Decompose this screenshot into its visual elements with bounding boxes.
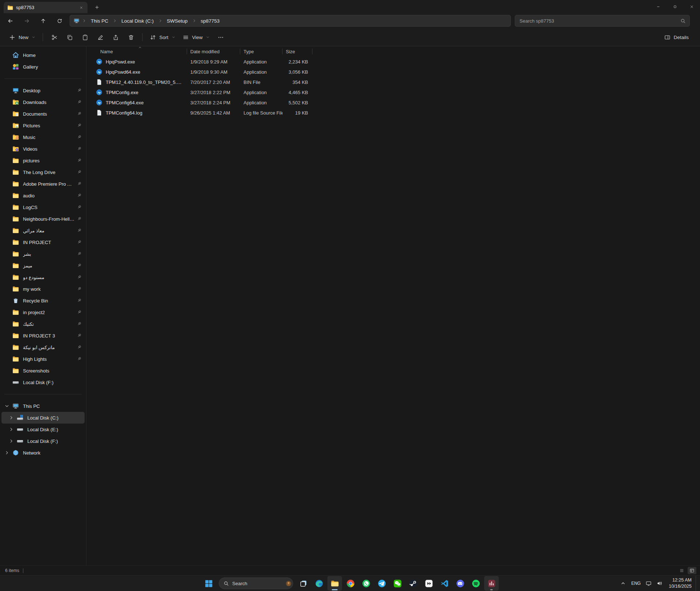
sidebar-item[interactable]: Neighbours-From-Hell-1-Arabi (1, 213, 85, 225)
new-tab-button[interactable] (91, 2, 103, 12)
sidebar-item[interactable]: معاذ مرائي (1, 225, 85, 236)
refresh-button[interactable] (52, 15, 67, 27)
tab-close-button[interactable] (77, 4, 85, 12)
taskbar-file-explorer-button[interactable] (327, 576, 342, 591)
taskbar-telegram-button[interactable] (374, 576, 389, 591)
breadcrumb-item[interactable]: This PC (80, 17, 111, 25)
new-button[interactable]: New (6, 31, 39, 43)
sidebar-item[interactable]: my work (1, 283, 85, 295)
breadcrumb-item[interactable]: sp87753 (190, 17, 222, 25)
details-view-toggle[interactable] (688, 567, 696, 574)
tray-overflow-button[interactable] (618, 577, 628, 590)
file-row[interactable]: hp HpqPswd.exe 1/9/2018 9:29 AM Applicat… (93, 57, 700, 67)
sidebar-item[interactable]: Pictures (1, 120, 85, 131)
taskbar-capcut-button[interactable] (421, 576, 436, 591)
address-bar[interactable]: This PC Local Disk (C:) SWSetup sp87753 (70, 15, 511, 27)
sidebar-item[interactable]: IN PROJECT 3 (1, 330, 85, 341)
minimize-button[interactable] (650, 0, 666, 13)
search-box[interactable]: Search sp87753 (515, 15, 690, 27)
sidebar-tree-item[interactable]: Local Disk (C:) (1, 412, 85, 424)
sidebar-item[interactable]: Music (1, 131, 85, 143)
sidebar-item[interactable]: in project2 (1, 306, 85, 318)
details-pane-button[interactable]: Details (661, 31, 692, 43)
sidebar-item[interactable]: Adobe Premiere Pro Auto-Save (1, 178, 85, 190)
chevron-down-icon[interactable] (4, 403, 9, 409)
back-button[interactable] (3, 15, 18, 27)
sidebar-item[interactable]: ماتركس ابو نيكة (1, 341, 85, 353)
sidebar-item[interactable]: بشر (1, 248, 85, 260)
plus-icon (9, 34, 15, 40)
chevron-right-icon[interactable] (9, 427, 14, 432)
file-row[interactable]: hp TPMConfig.exe 3/27/2018 2:22 PM Appli… (93, 87, 700, 97)
view-button[interactable]: View (179, 31, 213, 43)
taskbar-whatsapp-button[interactable] (359, 576, 373, 591)
rename-button[interactable] (93, 31, 108, 43)
paste-button[interactable] (78, 31, 92, 43)
show-desktop-button[interactable] (696, 576, 698, 591)
breadcrumb-item[interactable]: SWSetup (156, 17, 190, 25)
taskbar-discord-button[interactable] (453, 576, 467, 591)
sidebar-item[interactable]: LogCS (1, 201, 85, 213)
delete-button[interactable] (124, 31, 138, 43)
cast-button[interactable] (643, 577, 654, 590)
explorer-tab[interactable]: sp87753 (4, 2, 88, 13)
volume-button[interactable] (654, 577, 665, 590)
sidebar-item[interactable]: مستودع دو (1, 271, 85, 283)
file-row[interactable]: TPM12_4.40.119.0_to_TPM20_5.62.3126.0...… (93, 77, 700, 87)
file-row[interactable]: hp HpqPswd64.exe 1/9/2018 9:30 AM Applic… (93, 67, 700, 77)
taskbar-chrome-button[interactable] (343, 576, 358, 591)
sidebar-item[interactable]: IN PROJECT (1, 236, 85, 248)
sidebar-item[interactable]: Local Disk (F:) (1, 376, 85, 388)
taskbar-task-view-button[interactable] (296, 576, 311, 591)
start-button[interactable] (201, 576, 216, 591)
taskbar-edge-button[interactable] (312, 576, 326, 591)
breadcrumb-item[interactable]: Local Disk (C:) (111, 17, 156, 25)
up-button[interactable] (36, 15, 50, 27)
cut-button[interactable] (47, 31, 62, 43)
sidebar-item[interactable]: تكتيك (1, 318, 85, 330)
column-header-name[interactable]: Name (93, 46, 187, 57)
clock[interactable]: 12:25 AM 10/16/2025 (665, 577, 695, 590)
sidebar-item[interactable]: Recycle Bin (1, 295, 85, 306)
sidebar-item[interactable]: Gallery (1, 61, 85, 73)
sidebar-item[interactable]: Screenshots (1, 365, 85, 376)
column-header-type[interactable]: Type (240, 46, 283, 57)
chevron-right-icon[interactable] (4, 450, 9, 455)
folder-icon (7, 5, 13, 11)
sidebar-item[interactable]: pictures (1, 155, 85, 166)
sidebar-item[interactable]: Home (1, 49, 85, 61)
column-header-date-modified[interactable]: Date modified (187, 46, 240, 57)
sidebar-item[interactable]: Desktop (1, 85, 85, 96)
sidebar-tree-item[interactable]: Local Disk (F:) (1, 435, 85, 447)
file-row[interactable]: hp TPMConfig64.exe 3/27/2018 2:24 PM App… (93, 97, 700, 108)
sidebar-item[interactable]: audio (1, 190, 85, 201)
sidebar-item[interactable]: Documents (1, 108, 85, 120)
sidebar-item[interactable]: Videos (1, 143, 85, 155)
taskbar-steam-button[interactable] (406, 576, 420, 591)
file-row[interactable]: TPMConfig64.log 9/26/2025 1:42 AM Log fi… (93, 108, 700, 118)
sort-button[interactable]: Sort (147, 31, 179, 43)
taskbar-wechat-button[interactable] (390, 576, 405, 591)
forward-button[interactable] (19, 15, 34, 27)
chevron-right-icon[interactable] (9, 439, 14, 444)
column-header-size[interactable]: Size (283, 46, 312, 57)
more-button[interactable] (214, 31, 228, 43)
close-button[interactable] (683, 0, 700, 13)
sidebar-tree-item[interactable]: This PC (1, 400, 85, 412)
sidebar-tree-item[interactable]: Network (1, 447, 85, 459)
taskbar-music-app-button[interactable] (484, 576, 499, 591)
maximize-button[interactable] (666, 0, 683, 13)
chevron-right-icon[interactable] (9, 415, 14, 420)
taskbar-spotify-button[interactable] (468, 576, 483, 591)
sidebar-item[interactable]: The Long Drive (1, 166, 85, 178)
language-indicator[interactable]: ENG (629, 577, 643, 590)
sidebar-item[interactable]: Downloads (1, 96, 85, 108)
copy-button[interactable] (62, 31, 77, 43)
sidebar-item[interactable]: ميمز (1, 260, 85, 271)
sidebar-tree-item[interactable]: Local Disk (E:) (1, 424, 85, 435)
sidebar-item[interactable]: High Lights (1, 353, 85, 365)
taskbar-vscode-button[interactable] (437, 576, 452, 591)
taskbar-search[interactable]: Search (219, 578, 293, 589)
share-button[interactable] (108, 31, 123, 43)
list-view-toggle[interactable] (677, 567, 686, 574)
